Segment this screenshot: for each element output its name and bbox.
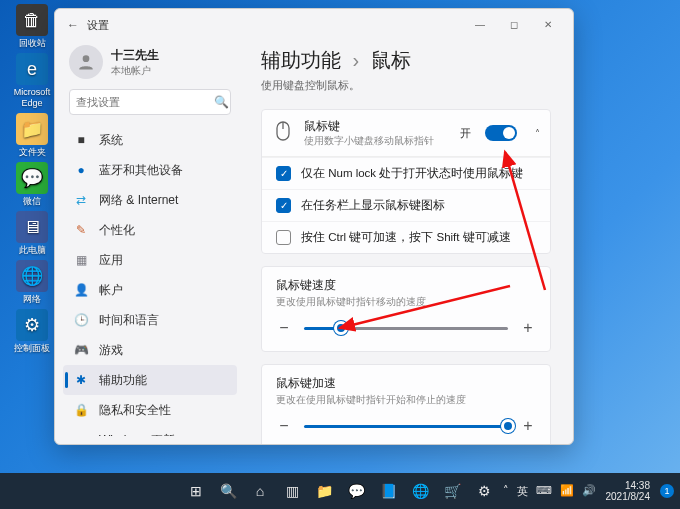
sidebar-item-label: 时间和语言 xyxy=(99,312,159,329)
sidebar-item[interactable]: 🎮游戏 xyxy=(63,335,237,365)
speed-title: 鼠标键速度 xyxy=(276,277,536,294)
mousekeys-option[interactable]: ✓仅在 Num lock 处于打开状态时使用鼠标键 xyxy=(262,157,550,189)
window-titlebar: ← 设置 — ◻ ✕ xyxy=(55,9,573,41)
taskbar-button[interactable]: 📘 xyxy=(375,478,401,504)
window-max-button[interactable]: ◻ xyxy=(497,13,531,37)
taskbar-button[interactable]: 🔍 xyxy=(215,478,241,504)
accel-card: 鼠标键加速 更改在使用鼠标键时指针开始和停止的速度 − + xyxy=(261,364,551,444)
notification-badge[interactable]: 1 xyxy=(660,484,674,498)
avatar xyxy=(69,45,103,79)
tray-keyboard-icon[interactable]: ⌨ xyxy=(536,484,552,499)
mousekeys-toggle[interactable] xyxy=(485,125,517,141)
sidebar-item[interactable]: ■系统 xyxy=(63,125,237,155)
mousekeys-title: 鼠标键 xyxy=(304,118,450,135)
mousekeys-card: 鼠标键 使用数字小键盘移动鼠标指针 开 ˄ ✓仅在 Num lock 处于打开状… xyxy=(261,109,551,254)
user-block[interactable]: 十三先生 本地帐户 xyxy=(63,41,237,89)
accel-plus-button[interactable]: + xyxy=(520,417,536,435)
settings-content: 辅助功能 › 鼠标 使用键盘控制鼠标。 鼠标键 使用数字小键盘移动鼠标指针 开 … xyxy=(245,41,573,444)
sidebar-item-label: 帐户 xyxy=(99,282,123,299)
sidebar-item-label: 游戏 xyxy=(99,342,123,359)
accel-slider[interactable] xyxy=(304,425,508,428)
tray-volume-icon[interactable]: 🔊 xyxy=(582,484,596,499)
sidebar-item[interactable]: ⟳Windows 更新 xyxy=(63,425,237,436)
search-box[interactable]: 🔍 xyxy=(69,89,231,115)
mousekeys-state: 开 xyxy=(460,126,471,141)
tray-wifi-icon[interactable]: 📶 xyxy=(560,484,574,499)
sidebar-item-icon: ⇄ xyxy=(73,193,89,207)
taskbar-button[interactable]: ⌂ xyxy=(247,478,273,504)
page-subtitle: 使用键盘控制鼠标。 xyxy=(261,78,551,93)
desktop-icon[interactable]: ⚙控制面板 xyxy=(6,309,58,354)
mousekeys-option[interactable]: 按住 Ctrl 键可加速，按下 Shift 键可减速 xyxy=(262,221,550,253)
speed-minus-button[interactable]: − xyxy=(276,319,292,337)
settings-sidebar: 十三先生 本地帐户 🔍 ■系统●蓝牙和其他设备⇄网络 & Internet✎个性… xyxy=(55,41,245,444)
sidebar-item[interactable]: 👤帐户 xyxy=(63,275,237,305)
desktop-icon[interactable]: eMicrosoft Edge xyxy=(6,53,58,109)
checkbox[interactable]: ✓ xyxy=(276,166,291,181)
mousekeys-header[interactable]: 鼠标键 使用数字小键盘移动鼠标指针 开 ˄ xyxy=(262,110,550,156)
sidebar-item-icon: ⟳ xyxy=(73,433,89,436)
taskbar-right: ˄ 英 ⌨ 📶 🔊 14:38 2021/8/24 1 xyxy=(503,480,675,502)
desktop-icon[interactable]: 🌐网络 xyxy=(6,260,58,305)
sidebar-item[interactable]: ✎个性化 xyxy=(63,215,237,245)
sidebar-item-icon: 🎮 xyxy=(73,343,89,357)
speed-card: 鼠标键速度 更改使用鼠标键时指针移动的速度 − + xyxy=(261,266,551,352)
desktop-icon[interactable]: 🖥此电脑 xyxy=(6,211,58,256)
sidebar-item-label: 隐私和安全性 xyxy=(99,402,171,419)
sidebar-item[interactable]: 🕒时间和语言 xyxy=(63,305,237,335)
checkbox[interactable]: ✓ xyxy=(276,198,291,213)
sidebar-item-label: 个性化 xyxy=(99,222,135,239)
window-title: 设置 xyxy=(87,18,109,33)
taskbar-button[interactable]: ⊞ xyxy=(183,478,209,504)
breadcrumb-parent[interactable]: 辅助功能 xyxy=(261,49,341,71)
option-label: 在任务栏上显示鼠标键图标 xyxy=(301,198,445,213)
desktop-icon[interactable]: 🗑回收站 xyxy=(6,4,58,49)
desktop-icon[interactable]: 📁文件夹 xyxy=(6,113,58,158)
sidebar-item-label: Windows 更新 xyxy=(99,432,175,437)
window-close-button[interactable]: ✕ xyxy=(531,13,565,37)
sidebar-item-icon: 🔒 xyxy=(73,403,89,417)
taskbar-clock[interactable]: 14:38 2021/8/24 xyxy=(606,480,651,502)
taskbar-button[interactable]: 💬 xyxy=(343,478,369,504)
sidebar-item[interactable]: ▦应用 xyxy=(63,245,237,275)
accel-desc: 更改在使用鼠标键时指针开始和停止的速度 xyxy=(276,394,536,407)
taskbar-button[interactable]: ⚙ xyxy=(471,478,497,504)
speed-plus-button[interactable]: + xyxy=(520,319,536,337)
option-label: 按住 Ctrl 键可加速，按下 Shift 键可减速 xyxy=(301,230,511,245)
sidebar-item-icon: ■ xyxy=(73,133,89,147)
speed-slider[interactable] xyxy=(304,327,508,330)
taskbar-center: ⊞🔍⌂▥📁💬📘🌐🛒⚙ xyxy=(183,478,497,504)
sidebar-item-icon: 🕒 xyxy=(73,313,89,327)
mouse-icon xyxy=(272,121,294,145)
search-icon: 🔍 xyxy=(214,95,229,109)
svg-point-0 xyxy=(83,55,90,62)
sidebar-item[interactable]: ✱辅助功能 xyxy=(63,365,237,395)
taskbar-button[interactable]: 📁 xyxy=(311,478,337,504)
sidebar-item-label: 辅助功能 xyxy=(99,372,147,389)
taskbar-button[interactable]: 🌐 xyxy=(407,478,433,504)
sidebar-item[interactable]: ●蓝牙和其他设备 xyxy=(63,155,237,185)
sidebar-item-label: 系统 xyxy=(99,132,123,149)
desktop-icon[interactable]: 💬微信 xyxy=(6,162,58,207)
back-button[interactable]: ← xyxy=(63,18,83,32)
accel-minus-button[interactable]: − xyxy=(276,417,292,435)
tray-ime[interactable]: 英 xyxy=(517,484,528,499)
accel-title: 鼠标键加速 xyxy=(276,375,536,392)
taskbar: ⊞🔍⌂▥📁💬📘🌐🛒⚙ ˄ 英 ⌨ 📶 🔊 14:38 2021/8/24 1 xyxy=(0,473,680,509)
checkbox[interactable] xyxy=(276,230,291,245)
sidebar-item-icon: ✱ xyxy=(73,373,89,387)
search-input[interactable] xyxy=(76,96,214,108)
sidebar-item[interactable]: ⇄网络 & Internet xyxy=(63,185,237,215)
chevron-up-icon[interactable]: ˄ xyxy=(535,128,540,139)
option-label: 仅在 Num lock 处于打开状态时使用鼠标键 xyxy=(301,166,523,181)
mousekeys-option[interactable]: ✓在任务栏上显示鼠标键图标 xyxy=(262,189,550,221)
sidebar-item-icon: ✎ xyxy=(73,223,89,237)
settings-window: ← 设置 — ◻ ✕ 十三先生 本地帐户 🔍 ■系统●蓝牙和其他设备⇄网络 & … xyxy=(54,8,574,445)
sidebar-item-icon: ▦ xyxy=(73,253,89,267)
sidebar-item[interactable]: 🔒隐私和安全性 xyxy=(63,395,237,425)
window-min-button[interactable]: — xyxy=(463,13,497,37)
tray-overflow-icon[interactable]: ˄ xyxy=(503,484,509,499)
taskbar-button[interactable]: 🛒 xyxy=(439,478,465,504)
taskbar-button[interactable]: ▥ xyxy=(279,478,305,504)
breadcrumb-current: 鼠标 xyxy=(371,49,411,71)
